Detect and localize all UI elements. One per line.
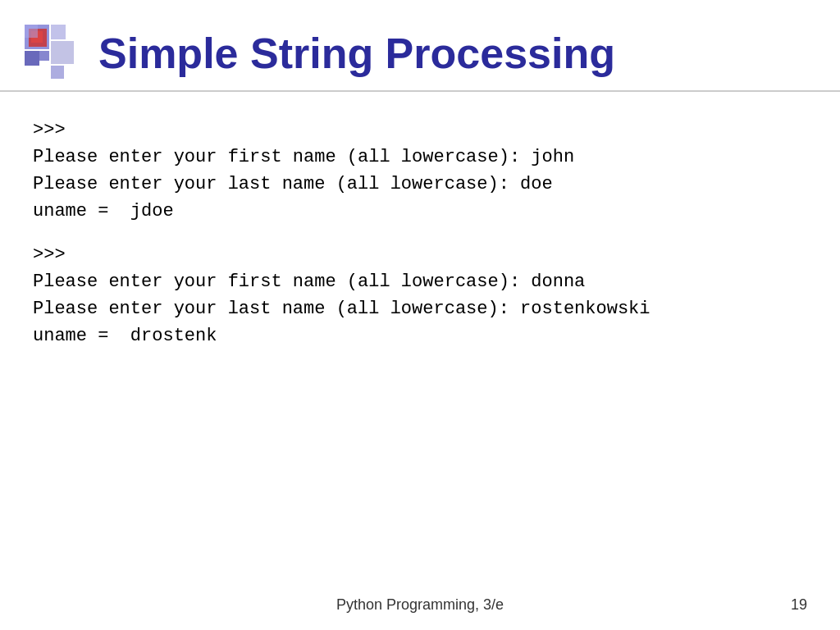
logo-icon (25, 25, 82, 82)
slide-header: Simple String Processing (0, 0, 840, 92)
code-line-1-2: Please enter your first name (all lowerc… (33, 144, 807, 171)
code-line-1-1: >>> (33, 116, 807, 144)
slide-content: >>> Please enter your first name (all lo… (0, 108, 840, 374)
svg-rect-8 (51, 66, 64, 79)
footer-label: Python Programming, 3/e (336, 596, 504, 614)
code-line-1-4: uname = jdoe (33, 198, 807, 225)
code-line-2-2: Please enter your first name (all lowerc… (33, 268, 807, 295)
svg-rect-2 (25, 51, 39, 66)
code-line-2-1: >>> (33, 241, 807, 268)
slide: Simple String Processing >>> Please ente… (0, 0, 840, 630)
slide-footer: Python Programming, 3/e 19 (0, 596, 840, 614)
svg-rect-3 (51, 41, 74, 64)
code-line-2-4: uname = drostenk (33, 322, 807, 349)
svg-rect-1 (51, 25, 66, 39)
code-line-1-3: Please enter your last name (all lowerca… (33, 171, 807, 198)
slide-title: Simple String Processing (98, 29, 615, 78)
svg-rect-6 (25, 25, 38, 38)
code-line-2-3: Please enter your last name (all lowerca… (33, 295, 807, 322)
footer-page-number: 19 (791, 596, 807, 614)
code-section-2: >>> Please enter your first name (all lo… (33, 241, 807, 349)
code-section-1: >>> Please enter your first name (all lo… (33, 116, 807, 225)
svg-rect-7 (39, 51, 49, 61)
